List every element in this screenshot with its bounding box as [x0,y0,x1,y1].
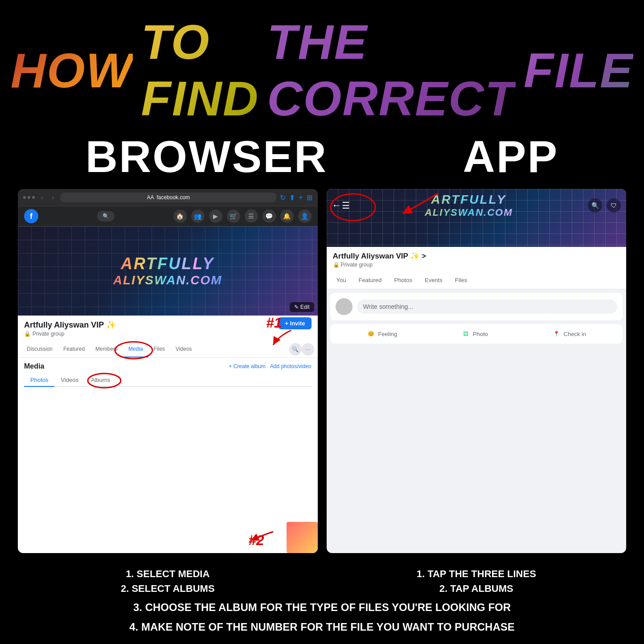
app-shield-icon[interactable]: 🛡 [607,198,621,213]
app-tab-featured[interactable]: Featured [352,272,388,289]
fb-tabs-wrapper: Discussion Featured Members Media Files … [18,341,318,358]
watch-icon[interactable]: ▶ [209,209,222,223]
media-header: Media + Create album Add photos/video [24,362,312,370]
url-bar[interactable]: AA facebook.com [60,193,276,202]
ios-dots [23,196,35,199]
menu-icon[interactable]: ☰ [245,209,258,223]
ios-browser-bar: ‹ › AA facebook.com ↻ ⬆ + ⊞ [18,189,318,206]
brand-aliyswan: ALIYSWAN.COM [350,207,588,218]
header-subtitle: ALIYSWAN.COM [113,273,222,287]
ios-actions: ↻ ⬆ + ⊞ [280,193,312,202]
shared-instruction-3: 3. CHOOSE THE ALBUM FOR THE TYPE OF FILE… [18,599,626,615]
app-avatar [336,298,353,315]
browser-instructions: 1. SELECT MEDIA 2. SELECT ALBUMS [18,566,318,596]
share-icon[interactable]: ⬆ [289,193,295,202]
media-sub-tabs: Photos Videos Albums [24,374,312,387]
app-top-bar: ← ☰ ARTFULLY ALIYSWAN.COM 🔍 🛡 [327,189,627,222]
checkin-label: Check in [564,331,587,337]
title-row: HOW TO FIND THE CORRECT FILE [11,13,634,127]
group-privacy: 🔒 Private group [24,331,116,337]
url-text: facebook.com [156,194,190,201]
lock-icon: 🔒 [24,331,31,337]
fb-nav-bar: f 🔍 🏠 👥 ▶ 🛒 ☰ 💬 🔔 👤 [18,206,318,226]
app-write-section: Write something... [330,293,623,320]
tab-featured[interactable]: Featured [58,341,90,357]
shared-instruction-4: 4. MAKE NOTE OF THE NUMBER FOR THE FILE … [18,619,626,635]
fb-nav-icons: 🏠 👥 ▶ 🛒 ☰ 💬 🔔 👤 [173,209,312,223]
browser-instruction-2: 2. SELECT ALBUMS [18,581,318,596]
browser-label: BROWSER [86,131,328,182]
tab-more-btn[interactable]: ··· [302,343,314,356]
app-tab-events[interactable]: Events [418,272,449,289]
title-how: HOW [11,42,133,98]
photo-label: Photo [473,331,488,337]
app-tab-files[interactable]: Files [449,272,473,289]
app-group-name-section: Artfully Aliyswan VIP ✨ > 🔒 Private grou… [327,247,627,272]
screenshots-row: ‹ › AA facebook.com ↻ ⬆ + ⊞ f 🔍 🏠 [18,189,626,553]
title-file: FILE [524,42,633,98]
annotation-label-2: #2 [248,532,264,549]
sub-tab-videos[interactable]: Videos [54,374,85,387]
checkin-icon: 📍 [552,329,561,338]
add-icon[interactable]: + [299,193,303,202]
app-tab-photos[interactable]: Photos [388,272,418,289]
fb-tabs: Discussion Featured Members Media Files … [18,341,318,358]
header-title: ARTFULLY [113,254,222,273]
profile-icon[interactable]: 👤 [298,209,312,223]
group-header-text: ARTFULLY ALIYSWAN.COM [113,254,222,287]
group-name: Artfully Aliyswan VIP ✨ [24,320,116,330]
aa-label: AA [147,194,154,201]
sub-tab-albums[interactable]: Albums [85,374,116,387]
app-brand-area: ARTFULLY ALIYSWAN.COM [350,193,588,218]
app-instruction-2: 2. TAP ALBUMS [327,581,627,596]
tab-discussion[interactable]: Discussion [21,341,58,357]
app-group-privacy: 🔒 Private group [333,262,620,268]
browser-instruction-1: 1. SELECT MEDIA [18,566,318,581]
app-back-icon[interactable]: ← [332,200,342,211]
app-instruction-1: 1. TAP THE THREE LINES [327,566,627,581]
ios-dot-3 [32,196,35,199]
tab-files[interactable]: Files [148,341,170,357]
app-header-icons: 🔍 🛡 [588,198,621,213]
back-btn[interactable]: ‹ [38,193,46,202]
tab-search-btn[interactable]: 🔍 [289,343,302,356]
friends-icon[interactable]: 👥 [191,209,205,223]
annotation-label-1: #1 [266,315,282,331]
create-album-link[interactable]: + Create album [229,363,265,369]
fb-logo: f [24,209,38,223]
messenger-icon[interactable]: 💬 [263,209,276,223]
tab-media[interactable]: Media [123,341,148,357]
feeling-label: Feeling [378,331,397,337]
browser-screenshot: ‹ › AA facebook.com ↻ ⬆ + ⊞ f 🔍 🏠 [18,189,318,553]
add-photos-link[interactable]: Add photos/video [270,363,312,369]
refresh-icon[interactable]: ↻ [280,193,286,202]
feeling-btn[interactable]: 😊 Feeling [363,327,401,341]
app-tabs: You Featured Photos Events Files [327,272,627,289]
app-write-input[interactable]: Write something... [357,299,618,314]
app-tab-you[interactable]: You [330,272,353,289]
forward-btn[interactable]: › [49,193,57,202]
tab-members[interactable]: Members [90,341,123,357]
instructions: 1. SELECT MEDIA 2. SELECT ALBUMS 1. TAP … [18,566,626,596]
ios-dot-1 [23,196,26,199]
fb-search-bar[interactable]: 🔍 [97,211,115,222]
subtitle-row: BROWSER APP [18,131,626,182]
app-search-icon[interactable]: 🔍 [588,198,602,213]
edit-btn[interactable]: ✎ Edit [290,302,314,312]
sub-tab-photos[interactable]: Photos [24,374,54,387]
title-the-correct: THE CORRECT [267,13,516,127]
grid-icon[interactable]: ⊞ [307,193,312,202]
marketplace-icon[interactable]: 🛒 [227,209,240,223]
invite-btn[interactable]: + Invite [279,317,311,329]
group-header-img: ARTFULLY ALIYSWAN.COM ✎ Edit [18,226,318,316]
media-thumbnail [287,522,318,553]
tab-videos[interactable]: Videos [170,341,197,357]
home-icon[interactable]: 🏠 [173,209,187,223]
title-to-find: TO FIND [141,13,259,127]
ios-dot-2 [28,196,30,199]
checkin-btn[interactable]: 📍 Check in [549,327,590,341]
notification-icon[interactable]: 🔔 [280,209,294,223]
app-hamburger-icon[interactable]: ☰ [342,200,350,211]
media-section: Media + Create album Add photos/video Ph… [18,358,318,553]
photo-btn[interactable]: 🖼 Photo [458,327,492,341]
